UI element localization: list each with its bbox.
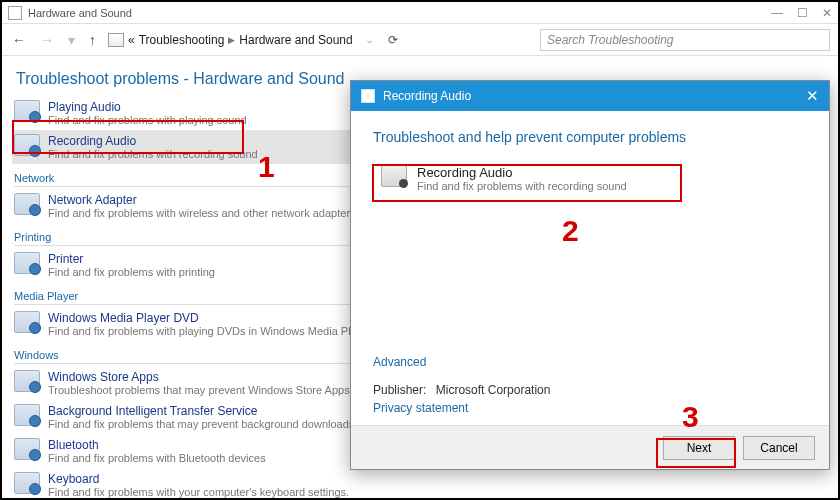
item-desc: Find and fix problems with your computer… bbox=[48, 486, 349, 498]
store-icon bbox=[14, 370, 40, 392]
publisher-row: Publisher: Microsoft Corporation bbox=[373, 383, 550, 397]
keyboard-icon bbox=[14, 472, 40, 494]
download-icon bbox=[14, 404, 40, 426]
maximize-button[interactable]: ☐ bbox=[797, 6, 808, 20]
next-button[interactable]: Next bbox=[663, 436, 735, 460]
item-desc: Find and fix problems with printing bbox=[48, 266, 215, 278]
wmp-icon bbox=[14, 311, 40, 333]
system-icon bbox=[8, 6, 22, 20]
chevron-right-icon: ▶ bbox=[228, 35, 235, 45]
item-title: Printer bbox=[48, 252, 215, 266]
location-icon bbox=[108, 33, 124, 47]
privacy-link[interactable]: Privacy statement bbox=[373, 401, 468, 415]
control-panel-window: Hardware and Sound ― ☐ ✕ ← → ▾ ↑ « Troub… bbox=[0, 0, 840, 500]
dialog-item-desc: Find and fix problems with recording sou… bbox=[417, 180, 627, 192]
annotation-label-2: 2 bbox=[562, 216, 579, 246]
annotation-label-3: 3 bbox=[682, 402, 699, 432]
forward-button[interactable]: → bbox=[38, 32, 56, 48]
breadcrumb[interactable]: « Troubleshooting ▶ Hardware and Sound bbox=[108, 33, 353, 47]
item-desc: Find and fix problems with wireless and … bbox=[48, 207, 356, 219]
microphone-icon bbox=[14, 134, 40, 156]
dialog-title: Recording Audio bbox=[383, 89, 471, 103]
breadcrumb-dropdown[interactable]: ⌵ bbox=[367, 35, 372, 45]
search-input[interactable]: Search Troubleshooting bbox=[540, 29, 830, 51]
item-title: Background Intelligent Transfer Service bbox=[48, 404, 354, 418]
dialog-item-title: Recording Audio bbox=[417, 165, 627, 180]
bluetooth-icon bbox=[14, 438, 40, 460]
item-desc: Find and fix problems with playing sound bbox=[48, 114, 247, 126]
crumb-hardware-sound[interactable]: Hardware and Sound bbox=[239, 33, 352, 47]
troubleshooter-dialog: Recording Audio ✕ Troubleshoot and help … bbox=[350, 80, 830, 470]
window-title: Hardware and Sound bbox=[28, 7, 132, 19]
item-desc: Find and fix problems that may prevent b… bbox=[48, 418, 354, 430]
annotation-label-1: 1 bbox=[258, 152, 275, 182]
dialog-footer: Next Cancel bbox=[351, 425, 829, 469]
speaker-icon bbox=[14, 100, 40, 122]
close-button[interactable]: ✕ bbox=[822, 6, 832, 20]
cancel-button[interactable]: Cancel bbox=[743, 436, 815, 460]
item-desc: Find and fix problems with recording sou… bbox=[48, 148, 258, 160]
crumb-prefix: « bbox=[128, 33, 135, 47]
dialog-icon bbox=[361, 89, 375, 103]
back-button[interactable]: ← bbox=[10, 32, 28, 48]
network-icon bbox=[14, 193, 40, 215]
up-button[interactable]: ↑ bbox=[87, 32, 98, 48]
refresh-button[interactable]: ⟳ bbox=[388, 33, 398, 47]
item-title: Recording Audio bbox=[48, 134, 258, 148]
item-desc: Find and fix problems with playing DVDs … bbox=[48, 325, 372, 337]
minimize-button[interactable]: ― bbox=[771, 6, 783, 20]
dialog-item-recording-audio[interactable]: Recording Audio Find and fix problems wi… bbox=[373, 159, 807, 198]
item-title: Keyboard bbox=[48, 472, 349, 486]
dialog-titlebar: Recording Audio ✕ bbox=[351, 81, 829, 111]
dialog-links: Advanced Publisher: Microsoft Corporatio… bbox=[373, 355, 550, 415]
microphone-icon bbox=[381, 165, 407, 187]
item-title: Playing Audio bbox=[48, 100, 247, 114]
item-desc: Find and fix problems with Bluetooth dev… bbox=[48, 452, 266, 464]
dialog-close-button[interactable]: ✕ bbox=[806, 87, 819, 105]
publisher-value: Microsoft Corporation bbox=[436, 383, 551, 397]
titlebar: Hardware and Sound ― ☐ ✕ bbox=[2, 2, 838, 24]
search-placeholder: Search Troubleshooting bbox=[547, 33, 674, 47]
item-keyboard[interactable]: Keyboard Find and fix problems with your… bbox=[12, 468, 828, 498]
printer-icon bbox=[14, 252, 40, 274]
nav-bar: ← → ▾ ↑ « Troubleshooting ▶ Hardware and… bbox=[2, 24, 838, 56]
crumb-troubleshooting[interactable]: Troubleshooting bbox=[139, 33, 225, 47]
dialog-heading: Troubleshoot and help prevent computer p… bbox=[373, 129, 807, 145]
publisher-label: Publisher: bbox=[373, 383, 426, 397]
item-title: Windows Media Player DVD bbox=[48, 311, 372, 325]
item-title: Network Adapter bbox=[48, 193, 356, 207]
window-controls: ― ☐ ✕ bbox=[771, 6, 832, 20]
dialog-body: Troubleshoot and help prevent computer p… bbox=[351, 111, 829, 425]
advanced-link[interactable]: Advanced bbox=[373, 355, 550, 369]
item-title: Bluetooth bbox=[48, 438, 266, 452]
recent-dropdown[interactable]: ▾ bbox=[66, 32, 77, 48]
